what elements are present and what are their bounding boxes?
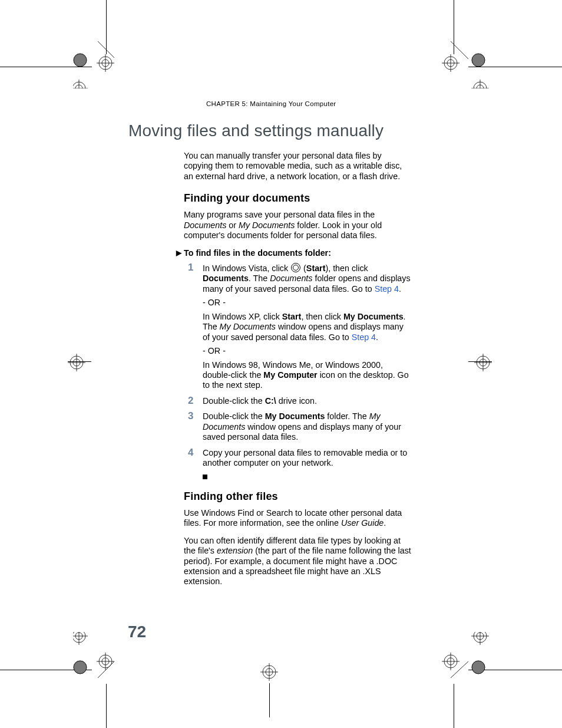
svg-line-7 [451,41,468,59]
step-number: 3 [188,410,193,423]
crop-line [454,684,454,728]
step-2: 2 Double-click the C:\ drive icon. [185,396,411,406]
registration-mark-icon [465,336,501,389]
registration-mark-icon [73,632,126,685]
chapter-title: Maintaining Your Computer [250,100,336,107]
step-number: 2 [188,395,193,407]
step-3: 3 Double-click the My Documents folder. … [185,411,411,442]
registration-mark-icon [73,35,126,88]
chapter-label: CHAPTER [206,100,240,107]
section1-intro: Many programs save your personal data fi… [184,210,411,241]
section-heading-finding-documents: Finding your documents [184,192,411,205]
section-heading-finding-other-files: Finding other files [184,490,411,503]
procedure-heading: ▶ To find files in the documents folder: [184,248,411,258]
registration-mark-icon [436,35,489,88]
section2-p2: You can often identify different data fi… [184,536,411,587]
procedure-steps: 1 In Windows Vista, click (Start), then … [185,263,411,482]
or-separator: - OR - [203,298,411,308]
section2-p1: Use Windows Find or Search to locate oth… [184,508,411,529]
registration-mark-icon [252,654,287,690]
svg-line-8 [98,661,114,678]
crop-line [106,684,107,728]
step-1: 1 In Windows Vista, click (Start), then … [185,263,411,391]
windows-start-orb-icon [291,263,300,272]
content-column: You can manually transfer your personal … [184,151,411,594]
link-step-4[interactable]: Step 4 [375,284,399,294]
step-number: 4 [188,447,193,459]
svg-line-6 [98,41,114,58]
triangle-bullet-icon: ▶ [176,249,181,258]
page-title: Moving files and settings manually [128,121,384,140]
step-number: 1 [188,262,193,274]
intro-paragraph: You can manually transfer your personal … [184,151,411,182]
chapter-header: CHAPTER 5: Maintaining Your Computer [206,100,336,107]
link-step-4[interactable]: Step 4 [352,332,376,342]
page: CHAPTER 5: Maintaining Your Computer Mov… [0,0,562,728]
registration-mark-icon [59,336,94,389]
registration-mark-icon [436,632,489,685]
or-separator: - OR - [203,346,411,356]
page-number: 72 [128,622,146,641]
step-4: 4 Copy your personal data files to remov… [185,448,411,482]
end-of-procedure-icon [203,475,207,479]
